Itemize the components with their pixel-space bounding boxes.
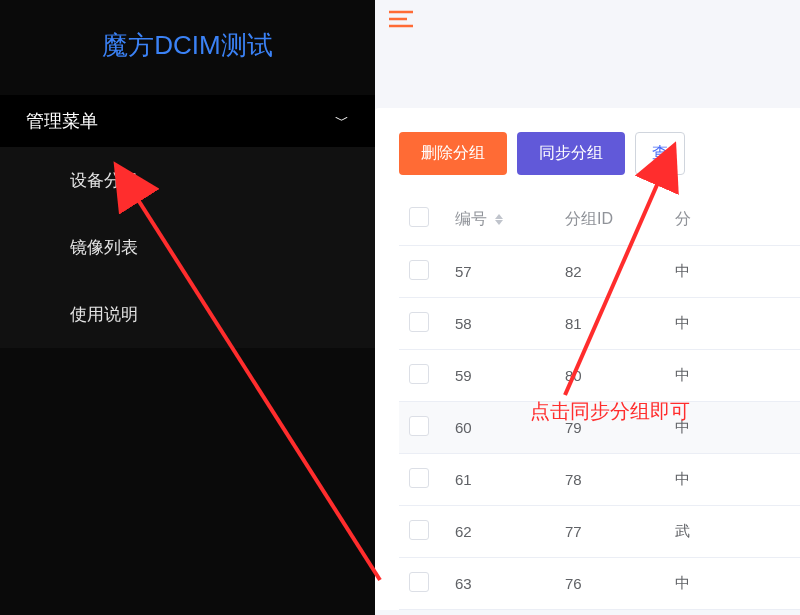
cell-name: 中 — [665, 454, 800, 506]
cell-name: 中 — [665, 558, 800, 610]
cell-name: 中 — [665, 298, 800, 350]
app-title: 魔方DCIM测试 — [0, 0, 375, 95]
sync-group-button[interactable]: 同步分组 — [517, 132, 625, 175]
cell-id: 62 — [445, 506, 555, 558]
cell-name: 中 — [665, 246, 800, 298]
chevron-down-icon: ﹀ — [335, 112, 349, 130]
menu-header[interactable]: 管理菜单 ﹀ — [0, 95, 375, 147]
row-checkbox[interactable] — [409, 572, 429, 592]
toolbar: 删除分组 同步分组 查 — [399, 132, 800, 175]
cell-id: 58 — [445, 298, 555, 350]
hamburger-icon[interactable] — [375, 0, 800, 58]
row-checkbox[interactable] — [409, 520, 429, 540]
row-checkbox[interactable] — [409, 260, 429, 280]
table-row[interactable]: 6178中 — [399, 454, 800, 506]
cell-group-id: 76 — [555, 558, 665, 610]
table-row[interactable]: 5881中 — [399, 298, 800, 350]
row-checkbox[interactable] — [409, 468, 429, 488]
table-body: 5782中5881中5980中6079中6178中6277武6376中 — [399, 246, 800, 610]
cell-name: 武 — [665, 506, 800, 558]
query-button[interactable]: 查 — [635, 132, 685, 175]
cell-name: 中 — [665, 350, 800, 402]
table-row[interactable]: 5782中 — [399, 246, 800, 298]
row-checkbox[interactable] — [409, 416, 429, 436]
table-row[interactable]: 6376中 — [399, 558, 800, 610]
cell-name: 中 — [665, 402, 800, 454]
content-card: 删除分组 同步分组 查 编号 分组ID 分 5782中5881中5980中 — [375, 108, 800, 610]
sidebar-item-image-list[interactable]: 镜像列表 — [0, 214, 375, 281]
table-row[interactable]: 5980中 — [399, 350, 800, 402]
sidebar: 魔方DCIM测试 管理菜单 ﹀ 设备分组 镜像列表 使用说明 — [0, 0, 375, 615]
sidebar-item-label: 镜像列表 — [70, 238, 138, 257]
header-checkbox-cell — [399, 193, 445, 246]
menu-header-label: 管理菜单 — [26, 109, 98, 133]
cell-id: 63 — [445, 558, 555, 610]
cell-id: 59 — [445, 350, 555, 402]
cell-id: 61 — [445, 454, 555, 506]
row-checkbox[interactable] — [409, 364, 429, 384]
cell-id: 60 — [445, 402, 555, 454]
header-name[interactable]: 分 — [665, 193, 800, 246]
main-content: 删除分组 同步分组 查 编号 分组ID 分 5782中5881中5980中 — [375, 0, 800, 615]
sidebar-item-label: 设备分组 — [70, 171, 138, 190]
cell-id: 57 — [445, 246, 555, 298]
data-table: 编号 分组ID 分 5782中5881中5980中6079中6178中6277武… — [399, 193, 800, 610]
header-id[interactable]: 编号 — [445, 193, 555, 246]
row-checkbox[interactable] — [409, 312, 429, 332]
delete-group-button[interactable]: 删除分组 — [399, 132, 507, 175]
select-all-checkbox[interactable] — [409, 207, 429, 227]
cell-group-id: 77 — [555, 506, 665, 558]
sidebar-item-label: 使用说明 — [70, 305, 138, 324]
cell-group-id: 79 — [555, 402, 665, 454]
cell-group-id: 78 — [555, 454, 665, 506]
table-row[interactable]: 6079中 — [399, 402, 800, 454]
sidebar-item-device-group[interactable]: 设备分组 — [0, 147, 375, 214]
cell-group-id: 82 — [555, 246, 665, 298]
header-group-id[interactable]: 分组ID — [555, 193, 665, 246]
sidebar-item-usage-guide[interactable]: 使用说明 — [0, 281, 375, 348]
cell-group-id: 81 — [555, 298, 665, 350]
table-row[interactable]: 6277武 — [399, 506, 800, 558]
cell-group-id: 80 — [555, 350, 665, 402]
sort-icon — [495, 214, 503, 225]
